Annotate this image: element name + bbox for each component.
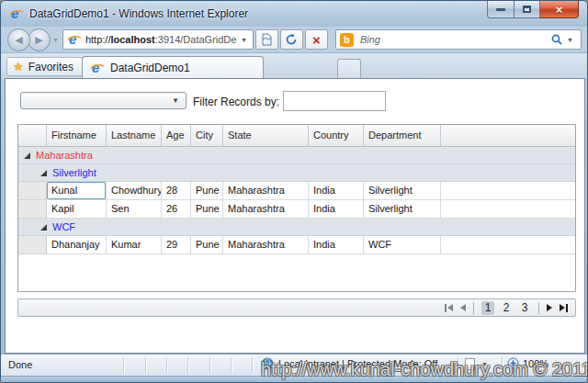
search-box[interactable]: b ▼: [335, 29, 582, 50]
grid-cell[interactable]: 28: [162, 182, 191, 200]
broken-page-icon: [261, 33, 273, 46]
favorites-star-icon: ★: [13, 60, 24, 73]
row-header-cell[interactable]: [18, 236, 47, 254]
grid-cell[interactable]: Silverlight: [364, 200, 441, 219]
svg-text:e: e: [69, 32, 76, 47]
favorites-button[interactable]: ★ Favorites: [6, 57, 84, 76]
grid-cell[interactable]: Kunal: [47, 182, 107, 200]
group-expander-icon[interactable]: [24, 152, 30, 159]
grid-cell[interactable]: Maharashtra: [223, 236, 309, 254]
grid-header-filler: [441, 125, 575, 146]
status-separator: [209, 357, 210, 373]
maximize-button[interactable]: [514, 1, 540, 18]
group-expander-icon[interactable]: [40, 224, 47, 231]
group-row-maharashtra[interactable]: Maharashtra: [18, 147, 575, 164]
url-text[interactable]: http://localhost:3914/DataGridDem: [85, 34, 237, 45]
minimize-icon: [496, 8, 505, 11]
grid-cell[interactable]: Maharashtra: [223, 182, 309, 200]
grid-cell[interactable]: 29: [162, 236, 191, 254]
ie-logo-icon[interactable]: e: [9, 6, 24, 21]
grid-cell[interactable]: Sen: [107, 200, 162, 219]
search-magnifier-icon[interactable]: [550, 33, 563, 46]
grid-cell[interactable]: Pune: [191, 182, 223, 200]
status-text: Done: [8, 359, 32, 370]
next-page-button[interactable]: [547, 304, 552, 311]
grid-cell[interactable]: Pune: [191, 236, 223, 254]
row-header-cell[interactable]: [18, 200, 47, 219]
group-expander-icon[interactable]: [40, 170, 47, 176]
filter-input[interactable]: [283, 91, 386, 111]
last-page-button[interactable]: [560, 304, 568, 312]
last-page-icon: [566, 304, 568, 312]
grid-cell[interactable]: India: [309, 200, 364, 219]
status-separator: [187, 357, 188, 373]
close-icon: ×: [556, 4, 563, 16]
pager-separator: [473, 302, 474, 314]
grid-header-city[interactable]: City: [191, 125, 223, 146]
recent-pages-dropdown[interactable]: ▼: [52, 37, 59, 43]
grid-header-age[interactable]: Age: [162, 125, 191, 146]
search-input[interactable]: [358, 33, 550, 46]
previous-page-button[interactable]: [460, 304, 466, 311]
data-row: DhananjayKumar29PuneMaharashtraIndiaWCF: [18, 236, 575, 254]
first-page-icon: [445, 304, 447, 312]
address-dropdown-arrow[interactable]: ▼: [237, 37, 251, 43]
url-path: :3914/DataGridDem: [155, 34, 237, 45]
back-button[interactable]: ◀: [7, 28, 30, 51]
grid-header-department[interactable]: Department: [364, 125, 441, 146]
grid-header-state[interactable]: State: [223, 125, 309, 146]
stop-button[interactable]: ×: [305, 29, 328, 50]
address-bar[interactable]: e http://localhost:3914/DataGridDem ▼: [62, 29, 254, 50]
grid-body: MaharashtraSilverlightKunalChowdhury28Pu…: [18, 147, 575, 254]
forward-button[interactable]: ▶: [28, 28, 51, 51]
status-separator: [252, 357, 253, 373]
first-page-button[interactable]: [445, 304, 453, 312]
first-page-arrow-icon: [447, 304, 453, 311]
status-separator: [166, 357, 167, 373]
grid-header-lastname[interactable]: Lastname: [107, 125, 162, 146]
grid-cell[interactable]: Pune: [191, 200, 223, 219]
grid-cell[interactable]: Kumar: [107, 236, 162, 254]
grid-cell[interactable]: India: [309, 236, 364, 254]
close-button[interactable]: ×: [540, 1, 579, 18]
page-number-3[interactable]: 3: [518, 301, 531, 315]
group-label: Silverlight: [52, 167, 96, 178]
previous-page-arrow-icon: [460, 304, 466, 311]
page-number-2[interactable]: 2: [500, 301, 513, 315]
page-number-1[interactable]: 1: [481, 301, 494, 315]
refresh-button[interactable]: [280, 29, 303, 50]
window-title: DataGridDemo1 - Windows Internet Explore…: [29, 7, 248, 20]
browser-window: e DataGridDemo1 - Windows Internet Explo…: [0, 0, 588, 383]
navigation-bar: ◀ ▶ ▼ e http://localhost:3914/DataGridDe…: [1, 27, 587, 52]
group-label: WCF: [52, 221, 75, 232]
tab-datagriddemo1[interactable]: e DataGridDemo1: [82, 56, 264, 79]
row-header-cell[interactable]: [18, 182, 47, 200]
grid-cell[interactable]: India: [309, 182, 364, 200]
data-row: KapilSen26PuneMaharashtraIndiaSilverligh…: [18, 200, 575, 219]
svg-text:e: e: [92, 61, 99, 75]
group-row-silverlight[interactable]: Silverlight: [18, 164, 575, 182]
group-combobox[interactable]: ▼: [20, 92, 187, 109]
data-grid: FirstnameLastnameAgeCityStateCountryDepa…: [17, 124, 576, 292]
grid-header-firstname[interactable]: Firstname: [47, 125, 107, 146]
grid-header-country[interactable]: Country: [309, 125, 364, 146]
new-tab-button[interactable]: [337, 59, 361, 79]
search-dropdown-arrow[interactable]: ▼: [563, 37, 577, 43]
row-filler: [441, 200, 575, 219]
data-row: KunalChowdhury28PuneMaharashtraIndiaSilv…: [18, 182, 575, 200]
grid-cell[interactable]: Silverlight: [364, 182, 441, 200]
grid-cell[interactable]: Maharashtra: [223, 200, 309, 219]
favorites-label: Favorites: [28, 61, 74, 73]
group-row-wcf[interactable]: WCF: [18, 219, 575, 236]
refresh-icon: [285, 33, 298, 46]
grid-cell[interactable]: Chowdhury: [107, 182, 162, 200]
grid-cell[interactable]: Kapil: [47, 200, 107, 219]
compatibility-view-button[interactable]: [255, 29, 278, 50]
grid-cell[interactable]: WCF: [364, 236, 441, 254]
grid-cell[interactable]: Dhananjay: [47, 236, 107, 254]
page-number-list: 123: [481, 301, 531, 315]
page-content: ▼ Filter Records by: FirstnameLastnameAg…: [5, 78, 585, 354]
grid-cell[interactable]: 26: [162, 200, 191, 219]
grid-header-rowheader: [18, 125, 47, 146]
minimize-button[interactable]: [487, 1, 514, 18]
